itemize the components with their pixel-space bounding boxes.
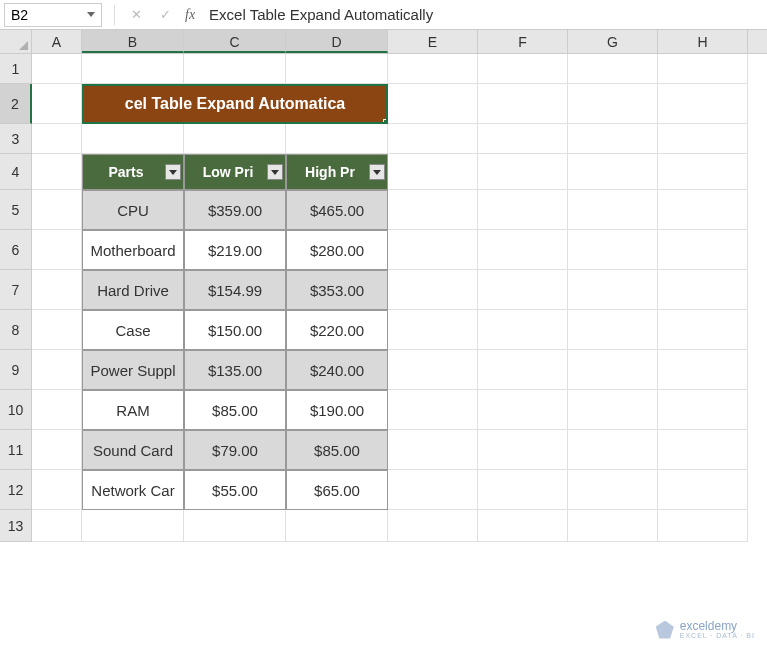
cell-A6[interactable] bbox=[32, 230, 82, 270]
cell-A13[interactable] bbox=[32, 510, 82, 542]
col-header-C[interactable]: C bbox=[184, 30, 286, 53]
cell-high[interactable]: $220.00 bbox=[286, 310, 388, 350]
cell-E1[interactable] bbox=[388, 54, 478, 84]
cell-low[interactable]: $219.00 bbox=[184, 230, 286, 270]
col-header-E[interactable]: E bbox=[388, 30, 478, 53]
cell-D1[interactable] bbox=[286, 54, 388, 84]
cell-low[interactable]: $135.00 bbox=[184, 350, 286, 390]
cell-F4[interactable] bbox=[478, 154, 568, 190]
cell-H12[interactable] bbox=[658, 470, 748, 510]
cell-D13[interactable] bbox=[286, 510, 388, 542]
filter-button-high[interactable] bbox=[369, 164, 385, 180]
cell-G11[interactable] bbox=[568, 430, 658, 470]
row-header-9[interactable]: 9 bbox=[0, 350, 32, 390]
cell-E10[interactable] bbox=[388, 390, 478, 430]
cell-F5[interactable] bbox=[478, 190, 568, 230]
cell-H4[interactable] bbox=[658, 154, 748, 190]
table-header-low[interactable]: Low Pri bbox=[184, 154, 286, 190]
cell-H13[interactable] bbox=[658, 510, 748, 542]
cell-E4[interactable] bbox=[388, 154, 478, 190]
cell-H7[interactable] bbox=[658, 270, 748, 310]
row-header-10[interactable]: 10 bbox=[0, 390, 32, 430]
cell-E8[interactable] bbox=[388, 310, 478, 350]
cell-E5[interactable] bbox=[388, 190, 478, 230]
row-header-13[interactable]: 13 bbox=[0, 510, 32, 542]
cell-A9[interactable] bbox=[32, 350, 82, 390]
cell-low[interactable]: $154.99 bbox=[184, 270, 286, 310]
cell-F13[interactable] bbox=[478, 510, 568, 542]
cell-low[interactable]: $85.00 bbox=[184, 390, 286, 430]
col-header-H[interactable]: H bbox=[658, 30, 748, 53]
cell-G6[interactable] bbox=[568, 230, 658, 270]
cell-A7[interactable] bbox=[32, 270, 82, 310]
cell-part[interactable]: Network Car bbox=[82, 470, 184, 510]
filter-button-low[interactable] bbox=[267, 164, 283, 180]
cell-E6[interactable] bbox=[388, 230, 478, 270]
col-header-G[interactable]: G bbox=[568, 30, 658, 53]
col-header-D[interactable]: D bbox=[286, 30, 388, 53]
table-header-high[interactable]: High Pr bbox=[286, 154, 388, 190]
cell-F2[interactable] bbox=[478, 84, 568, 124]
cell-H8[interactable] bbox=[658, 310, 748, 350]
formula-input[interactable]: Excel Table Expand Automatically bbox=[201, 6, 767, 23]
cell-E12[interactable] bbox=[388, 470, 478, 510]
cell-G3[interactable] bbox=[568, 124, 658, 154]
filter-button-parts[interactable] bbox=[165, 164, 181, 180]
cell-H1[interactable] bbox=[658, 54, 748, 84]
name-box[interactable]: B2 bbox=[4, 3, 102, 27]
cell-E2[interactable] bbox=[388, 84, 478, 124]
cell-C3[interactable] bbox=[184, 124, 286, 154]
col-header-F[interactable]: F bbox=[478, 30, 568, 53]
cell-B1[interactable] bbox=[82, 54, 184, 84]
cell-part[interactable]: Case bbox=[82, 310, 184, 350]
cell-part[interactable]: CPU bbox=[82, 190, 184, 230]
cell-F9[interactable] bbox=[478, 350, 568, 390]
cell-F7[interactable] bbox=[478, 270, 568, 310]
cell-high[interactable]: $280.00 bbox=[286, 230, 388, 270]
cell-A11[interactable] bbox=[32, 430, 82, 470]
row-header-1[interactable]: 1 bbox=[0, 54, 32, 84]
cancel-icon[interactable]: ✕ bbox=[131, 7, 142, 22]
cell-B3[interactable] bbox=[82, 124, 184, 154]
cell-B13[interactable] bbox=[82, 510, 184, 542]
cell-F6[interactable] bbox=[478, 230, 568, 270]
cell-G2[interactable] bbox=[568, 84, 658, 124]
cell-E9[interactable] bbox=[388, 350, 478, 390]
cell-high[interactable]: $85.00 bbox=[286, 430, 388, 470]
cell-H5[interactable] bbox=[658, 190, 748, 230]
cell-A2[interactable] bbox=[32, 84, 82, 124]
name-box-dropdown-icon[interactable] bbox=[87, 12, 95, 17]
cell-low[interactable]: $359.00 bbox=[184, 190, 286, 230]
cell-E13[interactable] bbox=[388, 510, 478, 542]
cell-G4[interactable] bbox=[568, 154, 658, 190]
confirm-icon[interactable]: ✓ bbox=[160, 7, 171, 22]
cell-E7[interactable] bbox=[388, 270, 478, 310]
cell-part[interactable]: Motherboard bbox=[82, 230, 184, 270]
select-all-corner[interactable] bbox=[0, 30, 32, 53]
cell-low[interactable]: $79.00 bbox=[184, 430, 286, 470]
cell-G10[interactable] bbox=[568, 390, 658, 430]
cell-A5[interactable] bbox=[32, 190, 82, 230]
row-header-7[interactable]: 7 bbox=[0, 270, 32, 310]
cell-high[interactable]: $353.00 bbox=[286, 270, 388, 310]
cell-H11[interactable] bbox=[658, 430, 748, 470]
table-header-parts[interactable]: Parts bbox=[82, 154, 184, 190]
cell-C1[interactable] bbox=[184, 54, 286, 84]
cell-F12[interactable] bbox=[478, 470, 568, 510]
row-header-2[interactable]: 2 bbox=[0, 84, 32, 124]
cell-low[interactable]: $55.00 bbox=[184, 470, 286, 510]
cell-H9[interactable] bbox=[658, 350, 748, 390]
cell-part[interactable]: RAM bbox=[82, 390, 184, 430]
cell-A3[interactable] bbox=[32, 124, 82, 154]
cell-high[interactable]: $190.00 bbox=[286, 390, 388, 430]
cell-E3[interactable] bbox=[388, 124, 478, 154]
cell-G5[interactable] bbox=[568, 190, 658, 230]
cell-H10[interactable] bbox=[658, 390, 748, 430]
cell-A4[interactable] bbox=[32, 154, 82, 190]
cell-H3[interactable] bbox=[658, 124, 748, 154]
row-header-3[interactable]: 3 bbox=[0, 124, 32, 154]
row-header-8[interactable]: 8 bbox=[0, 310, 32, 350]
row-header-4[interactable]: 4 bbox=[0, 154, 32, 190]
cell-part[interactable]: Sound Card bbox=[82, 430, 184, 470]
row-header-11[interactable]: 11 bbox=[0, 430, 32, 470]
